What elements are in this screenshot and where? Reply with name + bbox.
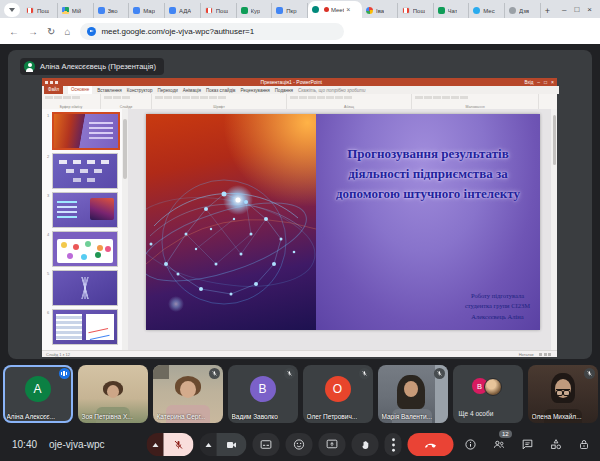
tab-meet-active[interactable]: Meet × (308, 1, 362, 18)
close-tab-icon[interactable]: × (346, 6, 350, 13)
tab-search-button[interactable] (4, 3, 20, 17)
avatar: A (25, 376, 51, 402)
tab-photos[interactable]: Іва (362, 3, 398, 18)
mic-off-icon (173, 439, 185, 451)
host-controls-button[interactable] (578, 438, 590, 451)
ribbon-tab-transitions: Переходи (157, 88, 177, 93)
powerpoint-window: Презентація1 - PowerPoint Вхід – □ × Фай… (42, 78, 557, 356)
slide-thumbnail-5 (52, 270, 118, 306)
present-button[interactable] (319, 433, 346, 456)
tab-telegram[interactable]: Мес (469, 3, 505, 18)
new-tab-button[interactable]: + (545, 6, 550, 16)
participant-tile-zoia[interactable]: Зоя Петрівна Х... (78, 365, 148, 423)
close-window-button[interactable]: × (587, 5, 592, 14)
quick-access-toolbar (45, 81, 58, 84)
ribbon-group-slides: Слайди (101, 94, 152, 109)
captions-button[interactable] (253, 433, 280, 456)
slide-canvas: Прогнозування результатів діяльності під… (128, 109, 557, 350)
captions-icon (260, 438, 273, 451)
ribbon-tab-animations: Анімація (183, 88, 201, 93)
tab-docs-3[interactable]: АДА (165, 3, 201, 18)
powerpoint-title-bar: Презентація1 - PowerPoint Вхід – □ × (42, 78, 557, 86)
tab-chat[interactable]: Чат (434, 3, 470, 18)
meeting-code: oje-vjva-wpc (49, 439, 105, 450)
sheets-favicon (241, 7, 248, 14)
chevron-down-icon (9, 8, 15, 12)
raise-hand-button[interactable] (352, 433, 379, 456)
meet-window: Пош Мій Зво Мар АДА Пош Кур Пкр Meet × І… (0, 0, 600, 461)
chat-panel-button[interactable] (521, 438, 534, 451)
participant-tile-alina[interactable]: A Аліна Алексєє... (3, 365, 73, 423)
slide-thumbnail-2 (52, 153, 118, 189)
chat-icon (521, 438, 534, 451)
tab-gmail-3[interactable]: Пош (398, 3, 434, 18)
mic-off-icon (359, 368, 370, 379)
tab-docs-4[interactable]: Пкр (272, 3, 308, 18)
ribbon-tab-view: Подання (275, 88, 293, 93)
participant-tile-maria[interactable]: Марія Валенти... (378, 365, 448, 423)
slide-counter: Слайд 1 з 12 (46, 352, 519, 357)
telegram-favicon (473, 7, 480, 14)
present-screen-icon (326, 438, 339, 451)
shared-screen-tile[interactable]: Аліна Алексєєвець (Презентація) Презента… (8, 50, 592, 359)
mic-options-button[interactable] (147, 433, 164, 456)
activities-button[interactable] (549, 438, 563, 451)
slide-credits: Роботу підготувала студентка групи СІ23М… (465, 291, 530, 322)
ribbon-tab-slideshow: Показ слайдів (206, 88, 235, 93)
ribbon-group-drawing: Малювання (412, 94, 539, 109)
tab-docs-1[interactable]: Зво (94, 3, 130, 18)
presenter-banner: Аліна Алексєєвець (Презентація) (20, 58, 164, 75)
camera-button[interactable] (217, 433, 247, 456)
more-options-button[interactable] (385, 433, 402, 456)
tab-profile[interactable]: Дзв (505, 3, 541, 18)
camera-options-button[interactable] (200, 433, 217, 456)
people-panel-button[interactable]: 12 (492, 438, 506, 451)
tab-sheets[interactable]: Кур (237, 3, 273, 18)
powerpoint-signin: Вхід (524, 80, 533, 85)
slide-thumbnail-6 (52, 309, 118, 345)
participant-tile-oleh[interactable]: О Олег Петрович... (303, 365, 373, 423)
tab-drive[interactable]: Мій (58, 3, 94, 18)
three-dots-icon (391, 438, 395, 452)
more-people-tile[interactable]: В Ще 4 особи (453, 365, 523, 423)
reactions-button[interactable] (286, 433, 313, 456)
ribbon-tab-bar: Файл Основне Вставлення Конструктор Пере… (42, 86, 559, 94)
leave-call-button[interactable] (408, 433, 454, 456)
tab-gmail-2[interactable]: Пош (201, 3, 237, 18)
info-icon (464, 438, 477, 451)
powerpoint-window-controls: – □ × (537, 79, 554, 85)
participant-tile-olena[interactable]: Олена Михайл... (528, 365, 598, 423)
drive-favicon (62, 7, 69, 14)
avatar: О (325, 376, 351, 402)
clock-time: 10:40 (12, 439, 37, 450)
participant-tile-vadym[interactable]: В Вадим Заволко (228, 365, 298, 423)
reload-button[interactable]: ↻ (47, 26, 55, 37)
home-button[interactable]: ⌂ (64, 26, 70, 37)
meeting-details-button[interactable] (464, 438, 477, 451)
tab-docs-2[interactable]: Мар (129, 3, 165, 18)
powerpoint-status-bar: Слайд 1 з 12 Нотатки (42, 350, 557, 357)
url-text: meet.google.com/oje-vjva-wpc?authuser=1 (101, 27, 254, 36)
back-button[interactable]: ← (9, 26, 19, 37)
forward-button[interactable]: → (28, 26, 38, 37)
address-bar[interactable]: meet.google.com/oje-vjva-wpc?authuser=1 (80, 23, 344, 40)
activities-icon (549, 438, 563, 451)
mic-off-icon (209, 368, 220, 379)
ribbon-tab-home: Основне (68, 86, 92, 94)
ribbon-tab-insert: Вставлення (97, 88, 122, 93)
hand-icon (359, 439, 371, 451)
status-right: Нотатки (519, 352, 551, 357)
mic-off-icon (434, 368, 445, 379)
lock-icon (578, 438, 590, 451)
call-end-icon (423, 437, 438, 452)
presenter-avatar (24, 61, 35, 72)
participants-filmstrip: A Аліна Алексєє... Зоя Петрівна Х... Кат… (0, 365, 600, 423)
camera-button-group (200, 433, 247, 456)
restore-window-button[interactable]: □ (574, 5, 579, 14)
ribbon-group-clipboard: Буфер обміну (42, 94, 101, 109)
meet-control-bar: 10:40 oje-vjva-wpc (0, 428, 600, 461)
tab-gmail-1[interactable]: Пош (22, 3, 58, 18)
mic-mute-button[interactable] (164, 433, 194, 456)
minimize-window-button[interactable]: – (562, 5, 566, 14)
participant-tile-kateryna[interactable]: Катерина Серг... (153, 365, 223, 423)
